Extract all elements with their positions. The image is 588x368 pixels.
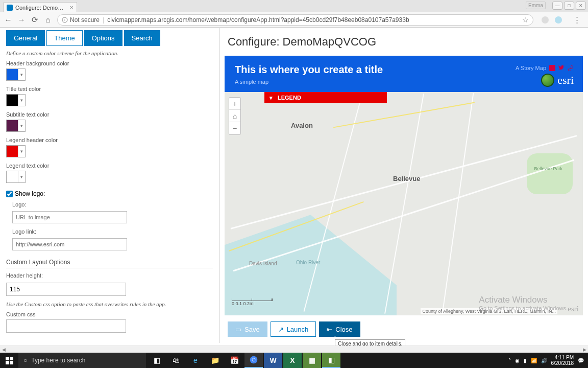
window-close[interactable]: ✕ bbox=[576, 2, 586, 10]
app-edge-icon[interactable]: e bbox=[186, 353, 205, 368]
browser-menu-icon[interactable]: ⋮ bbox=[570, 15, 584, 25]
home-extent-button[interactable]: ⌂ bbox=[229, 110, 240, 122]
app-explorer-icon[interactable]: 📁 bbox=[206, 353, 224, 368]
label-legend-header: Legend header color bbox=[6, 137, 213, 143]
taskbar-clock[interactable]: 4:11 PM 6/20/2018 bbox=[551, 355, 574, 366]
windows-taskbar: ○ Type here to search ◧ 🛍 e 📁 📅 W X ▦ ◧ … bbox=[0, 353, 588, 368]
tray-chevron-icon[interactable]: ˄ bbox=[508, 358, 511, 363]
insecure-badge[interactable]: i Not secure bbox=[62, 16, 100, 24]
tab-search[interactable]: Search bbox=[124, 30, 160, 46]
legend-toggle[interactable]: ▾ LEGEND bbox=[264, 92, 387, 103]
tray-wifi-icon[interactable]: 📶 bbox=[531, 358, 537, 363]
tab-general[interactable]: General bbox=[6, 30, 45, 46]
tab-close-icon[interactable]: × bbox=[69, 4, 74, 11]
custom-css-input[interactable] bbox=[6, 319, 126, 333]
scale-bar: 0 0.1 0.2mi bbox=[232, 298, 273, 306]
nav-forward-icon[interactable]: → bbox=[17, 15, 26, 24]
label-logo: Logo: bbox=[12, 201, 213, 208]
label-subtitle-text: Subtitle text color bbox=[6, 111, 213, 118]
nav-reload-icon[interactable]: ⟳ bbox=[31, 15, 39, 25]
windows-icon bbox=[6, 357, 13, 364]
app-excel-icon[interactable]: X bbox=[283, 353, 302, 368]
map-park-label: Bellevue Park bbox=[534, 166, 562, 171]
url-text: civicmapper.maps.arcgis.com/home/webmap/… bbox=[107, 16, 519, 24]
bookmark-star-icon[interactable]: ☆ bbox=[522, 16, 529, 24]
facebook-icon[interactable] bbox=[549, 65, 555, 71]
zoom-in-button[interactable]: + bbox=[229, 98, 240, 110]
logo-link-input[interactable] bbox=[12, 238, 127, 250]
browser-tab-bar: Emma — □ ✕ Configure: DemoMapQV × bbox=[0, 0, 588, 12]
horizontal-scrollbar[interactable]: ◀▶ bbox=[0, 346, 588, 353]
chevron-down-icon[interactable]: ▾ bbox=[18, 171, 25, 182]
zoom-out-button[interactable]: − bbox=[229, 122, 240, 134]
activate-windows-watermark: Activate Windows Go to Settings to activ… bbox=[479, 295, 568, 311]
address-bar[interactable]: i Not secure | civicmapper.maps.arcgis.c… bbox=[57, 14, 533, 26]
svg-rect-3 bbox=[6, 357, 9, 360]
app-chrome-icon[interactable] bbox=[244, 353, 263, 368]
tab-options[interactable]: Options bbox=[84, 30, 122, 46]
extension-icon[interactable] bbox=[555, 16, 562, 24]
app-calendar-icon[interactable]: 📅 bbox=[225, 353, 243, 368]
save-button[interactable]: ▭ Save bbox=[228, 321, 267, 337]
preview-banner: This is where you create a title A simpl… bbox=[225, 56, 583, 92]
map-preview[interactable]: ▾ LEGEND + ⌂ − Avalon Bellevue Davis Isl… bbox=[225, 92, 583, 315]
label-show-logo: Show logo: bbox=[15, 190, 45, 197]
taskbar-search[interactable]: ○ Type here to search bbox=[18, 353, 146, 368]
label-title-text: Title text color bbox=[6, 86, 213, 92]
svg-point-9 bbox=[252, 358, 255, 361]
header-height-input[interactable] bbox=[6, 283, 126, 296]
task-view-icon[interactable]: ◧ bbox=[148, 353, 166, 368]
map-city-label: Avalon bbox=[291, 122, 313, 129]
chevron-down-icon: ▾ bbox=[270, 95, 273, 101]
app-generic-icon[interactable]: ▦ bbox=[303, 353, 321, 368]
map-city-label: Bellevue bbox=[393, 175, 420, 182]
save-icon: ▭ bbox=[235, 326, 241, 333]
nav-home-icon[interactable]: ⌂ bbox=[44, 15, 52, 24]
color-picker-title-text[interactable]: ▾ bbox=[6, 94, 26, 106]
color-picker-header-bg[interactable]: ▾ bbox=[6, 68, 26, 81]
tray-volume-icon[interactable]: 🔊 bbox=[541, 358, 547, 363]
label-header-height: Header height: bbox=[6, 272, 213, 279]
app-word-icon[interactable]: W bbox=[264, 353, 282, 368]
css-note: Use the Custom css option to paste css t… bbox=[6, 301, 213, 307]
config-panel: General Theme Options Search Define a cu… bbox=[0, 28, 219, 343]
tab-theme[interactable]: Theme bbox=[46, 30, 82, 46]
extension-icon[interactable] bbox=[542, 16, 549, 24]
window-minimize[interactable]: — bbox=[552, 2, 562, 10]
twitter-icon[interactable] bbox=[558, 65, 565, 71]
svg-rect-4 bbox=[10, 357, 13, 360]
show-logo-checkbox[interactable] bbox=[6, 191, 13, 197]
svg-rect-6 bbox=[10, 361, 13, 364]
preview-subtitle: A simple map bbox=[235, 79, 573, 85]
label-header-bg: Header background color bbox=[6, 60, 213, 66]
chevron-down-icon[interactable]: ▾ bbox=[18, 120, 25, 131]
nav-back-icon[interactable]: ← bbox=[4, 15, 12, 24]
chevron-down-icon[interactable]: ▾ bbox=[18, 69, 25, 80]
window-maximize[interactable]: □ bbox=[564, 2, 574, 10]
color-picker-subtitle-text[interactable]: ▾ bbox=[6, 120, 26, 132]
esri-logo: esri bbox=[541, 74, 574, 87]
color-picker-legend-text[interactable]: ▾ bbox=[6, 171, 26, 183]
close-icon: ⇤ bbox=[327, 326, 332, 333]
chevron-down-icon[interactable]: ▾ bbox=[18, 95, 25, 106]
app-camtasia-icon[interactable]: ◧ bbox=[322, 353, 340, 368]
logo-url-input[interactable] bbox=[12, 211, 127, 223]
chevron-down-icon[interactable]: ▾ bbox=[18, 146, 25, 157]
link-icon[interactable] bbox=[568, 65, 574, 71]
app-store-icon[interactable]: 🛍 bbox=[167, 353, 185, 368]
svg-text:i: i bbox=[64, 18, 65, 21]
story-map-link[interactable]: A Story Map bbox=[516, 65, 546, 71]
start-button[interactable] bbox=[0, 357, 18, 364]
tray-location-icon[interactable]: ◉ bbox=[515, 358, 520, 363]
globe-icon bbox=[541, 74, 554, 87]
cortana-icon: ○ bbox=[23, 357, 27, 364]
label-logo-link: Logo link: bbox=[12, 228, 213, 235]
launch-icon: ↗ bbox=[278, 326, 284, 333]
browser-tab[interactable]: Configure: DemoMapQV × bbox=[3, 2, 77, 12]
notifications-icon[interactable]: 💬 bbox=[578, 358, 584, 363]
color-picker-legend-header[interactable]: ▾ bbox=[6, 145, 26, 157]
launch-button[interactable]: ↗ Launch bbox=[271, 321, 316, 337]
svg-rect-5 bbox=[6, 361, 9, 364]
tray-battery-icon[interactable]: ▮ bbox=[524, 358, 527, 363]
close-button[interactable]: ⇤ Close ↖ Close and go to item details. bbox=[319, 321, 360, 337]
